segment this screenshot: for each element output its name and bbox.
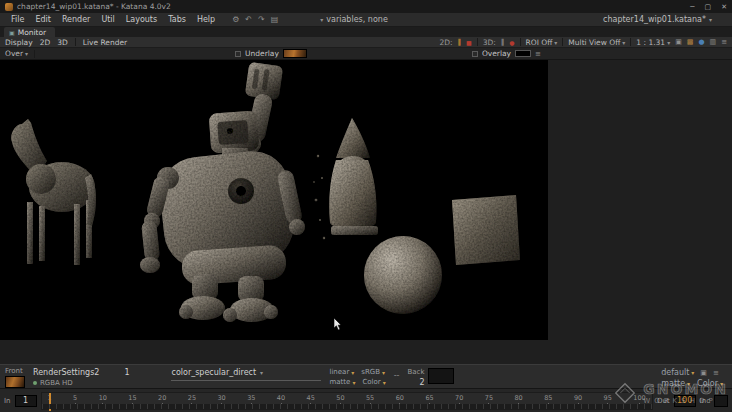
back-channel-dropdown[interactable]: Color▾ xyxy=(697,379,723,388)
aov-label: color_specular_direct xyxy=(171,368,256,377)
overlay-color-swatch[interactable] xyxy=(515,50,531,57)
aov-dropdown[interactable]: color_specular_direct ▾ xyxy=(171,368,321,377)
menu-item[interactable]: Edit xyxy=(30,15,56,24)
chevron-down-icon: ▾ xyxy=(260,369,263,376)
gear-icon[interactable]: ⚙ xyxy=(232,15,239,24)
menu-icon[interactable]: ≡ xyxy=(721,38,727,46)
current-file-text: chapter14_wip01.katana* xyxy=(603,15,706,24)
close-button[interactable]: ✕ xyxy=(721,3,727,11)
mode-3d-button[interactable]: 3D xyxy=(57,38,68,47)
menu-icon[interactable]: ≡ xyxy=(535,50,541,58)
lock-icon[interactable]: ▣ xyxy=(700,369,707,377)
menu-item[interactable]: Util xyxy=(96,15,119,24)
separator xyxy=(75,38,76,46)
rendered-scene xyxy=(0,60,548,340)
katana-app-icon xyxy=(5,3,13,11)
gnome-model xyxy=(329,118,378,235)
menu-icon[interactable]: ≡ xyxy=(713,369,719,377)
front-buffer-thumbnail[interactable] xyxy=(5,376,25,388)
separator xyxy=(562,38,563,46)
cube-model xyxy=(452,195,520,265)
chevron-down-icon: ▾ xyxy=(622,39,625,46)
divider xyxy=(171,380,321,381)
menu-item[interactable]: Tabs xyxy=(163,15,191,24)
back-transform-group: default▾ ▣ ≡ matte▾ Color▾ xyxy=(661,367,723,388)
overlay-label: Overlay xyxy=(482,49,511,58)
front-buffer-channels: RGBA HD xyxy=(40,379,73,387)
live-render-button[interactable]: Live Render xyxy=(83,38,127,47)
colorspace-label: linear xyxy=(329,368,349,376)
titlebar: chapter14_wip01.katana* - Katana 4.0v2 ─… xyxy=(0,0,732,13)
current-file-label[interactable]: chapter14_wip01.katana* ▾ xyxy=(603,15,712,24)
undo-icon[interactable]: ↶ xyxy=(245,15,252,24)
display-menu-button[interactable]: Display xyxy=(5,38,33,47)
timeline: In 1 15101520253035404550556065707580859… xyxy=(0,388,732,412)
inc-label: Inc xyxy=(700,397,710,405)
pixel-probe-icon[interactable]: ● xyxy=(698,38,704,46)
buffer-separator: -- xyxy=(394,367,400,380)
chevron-down-icon: ▾ xyxy=(554,39,557,46)
inc-field[interactable] xyxy=(714,395,728,407)
comp-mode-dropdown[interactable]: Over ▾ xyxy=(5,49,28,58)
roi-dropdown[interactable]: ROI Off ▾ xyxy=(526,38,558,47)
katana-window: chapter14_wip01.katana* - Katana 4.0v2 ─… xyxy=(0,0,732,412)
stop-3d-icon[interactable]: ● xyxy=(509,39,514,46)
chevron-down-icon: ▾ xyxy=(352,379,355,386)
display-label: sRGB xyxy=(361,368,380,376)
channel-dropdown[interactable]: Color▾ xyxy=(362,378,385,386)
back-name-dropdown[interactable]: default▾ xyxy=(661,368,694,377)
minimize-button[interactable]: ─ xyxy=(690,3,694,11)
scenegraph-icon[interactable]: ▤ xyxy=(271,15,279,24)
horse-model xyxy=(11,119,96,265)
palette-icon[interactable]: ▥ xyxy=(710,38,717,46)
front-buffer-meta: RenderSettings2 1 RGBA HD xyxy=(33,367,129,387)
underlay-label: Underlay xyxy=(245,49,279,58)
timeline-ruler[interactable]: 1510152025303540455055606570758085909510… xyxy=(41,392,653,410)
pause-2d-icon[interactable]: ‖ xyxy=(458,38,462,46)
front-buffer-name[interactable]: RenderSettings2 xyxy=(33,368,99,377)
back-buffer-frame: 2 xyxy=(419,378,424,387)
variables-dropdown[interactable]: ▾ variables, none xyxy=(320,15,388,24)
underlay-checkbox[interactable] xyxy=(235,51,241,57)
mode-2d-button[interactable]: 2D xyxy=(40,38,51,47)
menu-items: FileEditRenderUtilLayoutsTabsHelp xyxy=(6,15,220,24)
separator xyxy=(630,38,631,46)
separator xyxy=(477,38,478,46)
back-matte-dropdown[interactable]: matte▾ xyxy=(661,379,690,388)
aspect-ratio-dropdown[interactable]: 1 : 1.31 ▾ xyxy=(636,38,670,47)
current-frame-field[interactable]: 1 xyxy=(15,395,37,407)
maximize-button[interactable]: ▢ xyxy=(705,3,712,11)
snapshot-icon[interactable]: ▣ xyxy=(675,38,682,46)
display-dropdown[interactable]: sRGB▾ xyxy=(361,368,385,376)
back-matte-label: matte xyxy=(661,379,685,388)
separator xyxy=(34,50,35,58)
menu-item[interactable]: Help xyxy=(192,15,220,24)
tab-label: Monitor xyxy=(18,28,47,37)
menubar: FileEditRenderUtilLayoutsTabsHelp ⚙ ↶ ↷ … xyxy=(0,13,732,27)
underlay-thumbnail[interactable] xyxy=(283,49,307,58)
tab-monitor[interactable]: ▣ Monitor xyxy=(4,27,55,37)
dust-particles xyxy=(313,155,325,239)
colorspace-dropdown[interactable]: linear▾ xyxy=(329,368,354,376)
out-frame-field[interactable]: 100 xyxy=(674,395,696,407)
ruler-strip xyxy=(42,404,652,409)
matte-label: matte xyxy=(329,378,350,386)
front-buffer-frame: 1 xyxy=(124,368,129,377)
pause-3d-icon[interactable]: ‖ xyxy=(501,38,505,46)
buffer-bar: Front RenderSettings2 1 RGBA HD color_sp… xyxy=(0,364,732,388)
overlay-checkbox[interactable] xyxy=(472,51,478,57)
roi-label: ROI Off xyxy=(526,38,553,47)
render-viewport[interactable] xyxy=(0,60,548,340)
stop-2d-icon[interactable]: ■ xyxy=(466,39,472,46)
color-swatch-icon[interactable]: ▩ xyxy=(687,38,694,46)
back-channel-label: Color xyxy=(697,379,718,388)
menu-item[interactable]: File xyxy=(6,15,29,24)
menu-item[interactable]: Render xyxy=(57,15,95,24)
monitor-toolbar-right: 2D: ‖ ■ 3D: ‖ ● ROI Off ▾ Multi View Off… xyxy=(439,38,727,47)
redo-icon[interactable]: ↷ xyxy=(258,15,265,24)
multi-view-dropdown[interactable]: Multi View Off ▾ xyxy=(568,38,625,47)
matte-dropdown[interactable]: matte▾ xyxy=(329,378,355,386)
back-buffer-thumbnail[interactable] xyxy=(428,368,454,384)
chevron-down-icon: ▾ xyxy=(320,16,323,23)
menu-item[interactable]: Layouts xyxy=(121,15,162,24)
